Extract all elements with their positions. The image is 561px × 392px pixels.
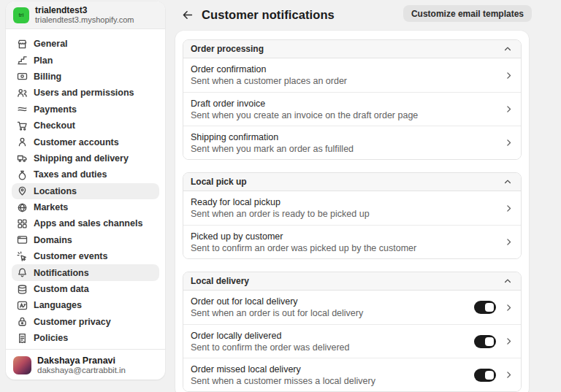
sidebar-item-label: Payments	[34, 104, 77, 115]
store-domain: trialendtest3.myshopify.com	[35, 15, 134, 24]
section-header: Local delivery	[183, 272, 521, 291]
toggle-on[interactable]	[474, 301, 496, 314]
globe-icon	[17, 202, 28, 213]
row-controls	[474, 335, 514, 348]
store-avatar: tri	[13, 7, 29, 23]
row-text: Order out for local deliverySent when an…	[191, 296, 363, 318]
billing-card-icon	[17, 71, 28, 82]
notification-row-order-locally-delivered[interactable]: Order locally deliveredSent to confirm t…	[183, 324, 521, 358]
row-controls	[504, 138, 514, 147]
notification-row-order-missed-local-delivery[interactable]: Order missed local deliverySent when a c…	[183, 358, 521, 391]
sidebar-item-label: Languages	[34, 300, 82, 310]
sidebar-item-label: Billing	[34, 72, 61, 82]
notification-row-picked-up-by-customer[interactable]: Picked up by customerSent to confirm an …	[183, 225, 521, 258]
row-title: Order missed local delivery	[191, 364, 375, 374]
row-text: Order missed local deliverySent when a c…	[191, 364, 375, 386]
chevron-right-icon	[504, 303, 514, 312]
truck-icon	[17, 153, 28, 164]
sidebar-item-general[interactable]: General	[12, 36, 159, 52]
row-subtitle: Sent when an order is ready to be picked…	[191, 209, 370, 219]
chevron-right-icon	[504, 104, 514, 114]
plan-stairs-icon	[17, 55, 28, 66]
section-header: Local pick up	[183, 173, 521, 191]
sidebar-item-languages[interactable]: Languages	[12, 297, 159, 313]
sidebar-item-label: Taxes and duties	[34, 169, 107, 180]
sidebar-item-label: Users and permissions	[34, 88, 134, 98]
sidebar-item-label: Apps and sales channels	[34, 218, 142, 228]
notifications-card: Order processingOrder confirmationSent w…	[175, 31, 529, 392]
sidebar-item-notifications[interactable]: Notifications	[12, 264, 159, 280]
row-text: Draft order invoiceSent when you create …	[191, 99, 418, 120]
sidebar-item-billing[interactable]: Billing	[12, 69, 159, 85]
user-avatar	[13, 356, 31, 374]
row-title: Order confirmation	[191, 64, 347, 74]
back-button[interactable]	[180, 7, 194, 22]
sidebar-item-users-and-permissions[interactable]: Users and permissions	[12, 85, 159, 101]
notification-row-order-confirmation[interactable]: Order confirmationSent when a customer p…	[183, 58, 521, 92]
store-info: trialendtest3 trialendtest3.myshopify.co…	[35, 6, 134, 24]
store-header[interactable]: tri trialendtest3 trialendtest3.myshopif…	[6, 1, 165, 29]
row-subtitle: Sent when a customer misses a local deli…	[191, 376, 375, 386]
chevron-right-icon	[504, 204, 514, 213]
sidebar-item-custom-data[interactable]: Custom data	[12, 281, 159, 297]
chevron-right-icon	[504, 138, 514, 147]
chevron-right-icon	[504, 71, 514, 80]
row-subtitle: Sent when a customer places an order	[191, 76, 347, 86]
chevron-up-icon[interactable]	[502, 43, 514, 55]
sidebar-item-shipping-and-delivery[interactable]: Shipping and delivery	[12, 150, 159, 166]
chevron-up-icon[interactable]	[502, 176, 514, 188]
notification-row-order-out-for-local-delivery[interactable]: Order out for local deliverySent when an…	[183, 291, 521, 324]
person-icon	[17, 137, 28, 147]
cursor-click-icon	[17, 251, 28, 262]
row-controls	[474, 301, 514, 314]
sidebar-item-label: Checkout	[34, 120, 75, 131]
apps-grid-icon	[17, 218, 28, 229]
sidebar-nav: GeneralPlanBillingUsers and permissionsP…	[6, 29, 165, 349]
notification-row-draft-order-invoice[interactable]: Draft order invoiceSent when you create …	[183, 92, 521, 126]
row-controls	[474, 369, 514, 382]
toggle-on[interactable]	[474, 369, 496, 382]
users-icon	[17, 88, 28, 99]
user-info: Dakshaya Pranavi dakshaya@cartrabbit.in	[37, 356, 126, 375]
sidebar-item-policies[interactable]: Policies	[12, 330, 159, 346]
user-email: dakshaya@cartrabbit.in	[37, 366, 126, 375]
sidebar-item-label: Shipping and delivery	[34, 153, 129, 164]
chevron-right-icon	[504, 370, 514, 380]
sidebar-item-label: Custom data	[34, 284, 89, 294]
sidebar-item-customer-events[interactable]: Customer events	[12, 248, 159, 264]
chevron-up-icon[interactable]	[502, 275, 514, 287]
database-icon	[17, 284, 28, 295]
sidebar-item-label: Customer events	[34, 251, 107, 261]
toggle-on[interactable]	[474, 335, 496, 348]
notification-row-shipping-confirmation[interactable]: Shipping confirmationSent when you mark …	[183, 126, 521, 159]
section-local-delivery: Local deliveryOrder out for local delive…	[183, 272, 522, 392]
page-header: Customer notifications	[180, 6, 335, 23]
sidebar-item-label: Policies	[34, 333, 68, 343]
sidebar-item-payments[interactable]: Payments	[12, 101, 159, 118]
row-subtitle: Sent when you mark an order as fulfilled	[191, 144, 354, 154]
sidebar-item-customer-privacy[interactable]: Customer privacy	[12, 314, 159, 330]
row-text: Order locally deliveredSent to confirm t…	[191, 331, 349, 353]
sidebar-item-markets[interactable]: Markets	[12, 199, 159, 215]
user-account-item[interactable]: Dakshaya Pranavi dakshaya@cartrabbit.in	[6, 349, 165, 380]
payments-icon	[17, 104, 28, 115]
sidebar-item-customer-accounts[interactable]: Customer accounts	[12, 134, 159, 150]
sidebar-item-checkout[interactable]: Checkout	[12, 118, 159, 134]
row-subtitle: Sent to confirm an order was picked up b…	[191, 243, 416, 253]
row-title: Draft order invoice	[191, 99, 418, 109]
sidebar-item-plan[interactable]: Plan	[12, 52, 159, 68]
section-local-pick-up: Local pick upReady for local pickupSent …	[183, 172, 522, 259]
section-title: Local delivery	[191, 276, 249, 286]
sidebar-item-taxes-and-duties[interactable]: Taxes and duties	[12, 166, 159, 182]
row-controls	[504, 71, 514, 80]
row-text: Ready for local pickupSent when an order…	[191, 197, 370, 219]
customize-email-templates-button[interactable]: Customize email templates	[403, 5, 532, 22]
section-title: Order processing	[191, 44, 264, 54]
sidebar-item-locations[interactable]: Locations	[12, 183, 159, 199]
document-icon	[17, 333, 28, 344]
sidebar-item-label: Customer accounts	[34, 137, 119, 147]
row-controls	[504, 104, 514, 114]
sidebar-item-apps-and-sales-channels[interactable]: Apps and sales channels	[12, 215, 159, 231]
sidebar-item-domains[interactable]: Domains	[12, 232, 159, 248]
notification-row-ready-for-local-pickup[interactable]: Ready for local pickupSent when an order…	[183, 191, 521, 225]
